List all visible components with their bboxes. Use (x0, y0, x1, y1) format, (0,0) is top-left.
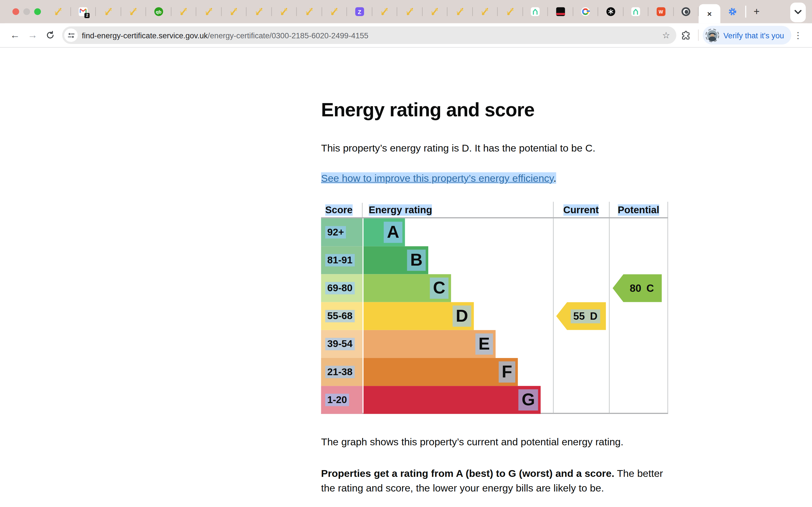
epc-band-row-e: 39-54E (321, 330, 668, 358)
rating-band-d: D (363, 302, 474, 330)
selection-highlight: See how to improve this property’s energ… (321, 172, 556, 184)
band-letter: D (453, 305, 471, 327)
doodle-favicon-icon (305, 7, 313, 16)
pinned-tab-doodle[interactable] (322, 0, 347, 23)
pinned-tab-doodle[interactable] (171, 0, 196, 23)
pinned-tab-doodle[interactable] (498, 0, 523, 23)
pinned-tab-doodle[interactable] (121, 0, 146, 23)
pinned-tab-gmail[interactable]: 2 (71, 0, 96, 23)
pinned-tab-doodle[interactable] (196, 0, 221, 23)
url-text[interactable]: find-energy-certificate.service.gov.uk/e… (82, 31, 368, 40)
verify-button-label: Verify that it's you (723, 31, 784, 40)
bookmark-button[interactable]: ☆ (661, 30, 671, 41)
epc-graph: Score Energy rating Current Potential 92… (321, 203, 668, 414)
pinned-tab-blackred[interactable] (548, 0, 573, 23)
window-zoom-button[interactable] (34, 8, 41, 15)
doodle-favicon-icon (456, 7, 464, 16)
pinned-tab-doodle[interactable] (372, 0, 397, 23)
rating-band-b: B (363, 246, 428, 274)
score-range-label: 39-54 (325, 338, 354, 350)
pinned-tab-doodle[interactable] (297, 0, 322, 23)
close-tab-icon[interactable]: × (707, 9, 712, 18)
chromeball-favicon-icon (682, 7, 691, 16)
new-tab-button[interactable]: + (747, 0, 766, 23)
improve-link-line: See how to improve this property’s energ… (321, 172, 556, 184)
rating-explainer: Properties get a rating from A (best) to… (321, 467, 670, 495)
pinned-tab-qb[interactable]: qb (146, 0, 171, 23)
band-letter: A (384, 222, 402, 243)
browser-toolbar: ← → find-energy-certificate.service.gov.… (0, 23, 812, 48)
rating-band-c: C (363, 274, 451, 302)
pinned-tab-doodle[interactable] (96, 0, 121, 23)
potential-rating-arrow-label: 80 C (627, 281, 656, 295)
pinned-tab-google[interactable] (573, 0, 598, 23)
chatgpt-favicon-icon (606, 7, 615, 16)
window-minimize-button[interactable] (23, 8, 30, 15)
graph-caption: The graph shows this property’s current … (321, 436, 623, 448)
site-settings-icon (67, 31, 75, 39)
reload-button[interactable] (42, 26, 59, 44)
bookmark-star-icon: ☆ (662, 30, 670, 40)
window-close-button[interactable] (12, 8, 19, 15)
link-period: . (553, 172, 556, 184)
score-cell-e: 39-54 (321, 330, 363, 358)
site-info-button[interactable] (64, 29, 78, 42)
tab-search-button[interactable] (790, 2, 806, 22)
tab-strip-divider (745, 6, 746, 17)
band-letter: C (430, 277, 449, 298)
rating-band-a: A (363, 218, 405, 246)
score-range-label: 69-80 (325, 282, 354, 294)
pinned-tab-doodle[interactable] (472, 0, 498, 23)
epc-band-row-a: 92+A (321, 218, 668, 246)
avatar (705, 28, 719, 42)
pinned-tab-doodle[interactable] (422, 0, 448, 23)
pinned-tab-doodle[interactable] (397, 0, 422, 23)
profile-verify-button[interactable]: Verify that it's you (703, 26, 791, 45)
active-tab[interactable]: × (699, 4, 720, 23)
doodle-favicon-icon (204, 7, 213, 16)
rating-band-f: F (363, 358, 518, 386)
omnibox[interactable]: find-energy-certificate.service.gov.uk/e… (62, 26, 676, 44)
pinned-tab-house[interactable] (523, 0, 548, 23)
browser-menu-button[interactable]: ⋮ (792, 30, 805, 41)
col-header-potential: Potential (609, 203, 668, 217)
doodle-favicon-icon (54, 7, 63, 16)
rating-band-g: G (363, 386, 541, 414)
screenshot-viewport: 2qbZW × + ← → (0, 0, 812, 507)
forward-button[interactable]: → (24, 26, 41, 44)
blackred-favicon-icon (556, 7, 565, 16)
pinned-tab-z[interactable]: Z (347, 0, 372, 23)
epc-band-row-g: 1-20G (321, 386, 668, 414)
band-letter: E (475, 334, 493, 355)
pinned-tab-doodle[interactable] (448, 0, 472, 23)
pinned-tab-doodle[interactable] (271, 0, 297, 23)
pinned-tab-chatgpt[interactable] (598, 0, 623, 23)
doodle-favicon-icon (255, 7, 263, 16)
pinned-tab-doodle[interactable] (246, 0, 271, 23)
pinned-tab-doodle[interactable] (46, 0, 71, 23)
doodle-favicon-icon (380, 7, 389, 16)
band-letter: F (499, 361, 515, 383)
score-cell-c: 69-80 (321, 274, 363, 302)
score-cell-b: 81-91 (321, 246, 363, 274)
pinned-tab-doodle[interactable] (221, 0, 246, 23)
page-title: Energy rating and score (321, 100, 535, 121)
back-button[interactable]: ← (6, 26, 24, 44)
score-range-label: 81-91 (325, 254, 354, 267)
pinned-tab-house[interactable] (623, 0, 649, 23)
tab-settings[interactable] (720, 0, 744, 23)
col-header-current: Current (553, 203, 609, 217)
doodle-favicon-icon (481, 7, 490, 16)
score-cell-d: 55-68 (321, 302, 363, 330)
extensions-button[interactable] (678, 30, 694, 40)
toolbar-divider (698, 30, 699, 41)
gmail-favicon-icon: 2 (79, 7, 88, 16)
intro-paragraph: This property’s energy rating is D. It h… (321, 142, 596, 154)
plus-icon: + (754, 6, 760, 17)
pinned-tab-chromeball[interactable] (673, 0, 699, 23)
band-letter: B (407, 249, 426, 271)
improve-efficiency-link[interactable]: See how to improve this property’s energ… (321, 172, 553, 184)
pinned-tab-wistia[interactable]: W (649, 0, 673, 23)
gear-icon (728, 7, 737, 16)
chevron-down-icon (795, 10, 802, 15)
